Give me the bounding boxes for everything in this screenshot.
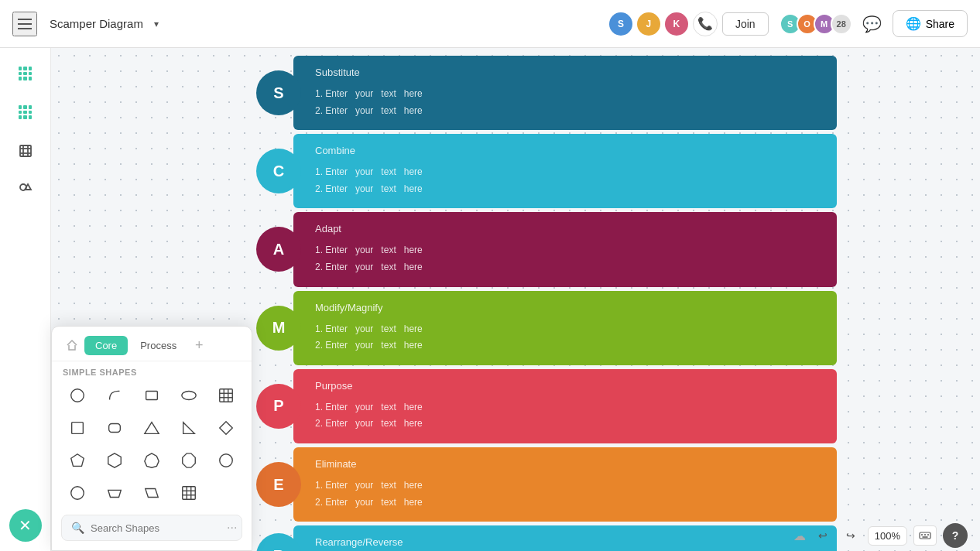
shape-pentagon[interactable] [60, 445, 95, 476]
circle-m: M [256, 306, 301, 351]
svg-marker-21 [108, 453, 122, 467]
sidebar-icon-grid1[interactable] [9, 57, 42, 90]
svg-marker-22 [145, 453, 159, 467]
shape-triangle[interactable] [134, 412, 170, 443]
sidebar-icon-crop[interactable] [9, 135, 42, 167]
card-m[interactable]: Modify/Magnify 1. Enter your text here 2… [293, 291, 837, 365]
card-c-title: Combine [315, 145, 821, 156]
shape-right-triangle[interactable] [171, 412, 207, 443]
circle-p: P [256, 384, 301, 429]
shape-table[interactable] [208, 380, 244, 411]
card-s[interactable]: Substitute 1. Enter your text here 2. En… [293, 56, 837, 130]
svg-marker-26 [108, 490, 122, 497]
card-c[interactable]: Combine 1. Enter your text here 2. Enter… [293, 134, 837, 208]
share-label: Share [926, 18, 954, 30]
card-s-items: 1. Enter your text here 2. Enter your te… [315, 86, 821, 119]
shapes-grid [52, 380, 252, 508]
grid-hash-icon [19, 67, 33, 80]
diagram-title: Scamper Diagram [50, 17, 143, 30]
chat-button[interactable]: 💬 [858, 10, 886, 38]
svg-marker-17 [145, 423, 159, 434]
svg-marker-18 [183, 423, 195, 434]
card-m-title: Modify/Magnify [315, 302, 821, 313]
svg-rect-0 [20, 145, 31, 156]
scamper-row-e: E Eliminate 1. Enter your text here 2. E… [256, 447, 837, 522]
scamper-row-p: P Purpose 1. Enter your text here 2. Ent… [256, 369, 837, 443]
scamper-row-s: S Substitute 1. Enter your text here 2. … [256, 56, 837, 130]
shape-rounded-rect[interactable] [97, 412, 132, 443]
sidebar-icon-shapes[interactable] [9, 173, 42, 206]
sidebar-icon-grid2[interactable] [9, 96, 42, 128]
collab-avatars: S O M 28 [784, 13, 852, 35]
shape-circle[interactable] [60, 380, 95, 411]
keyboard-button[interactable] [913, 525, 937, 546]
share-button[interactable]: 🌐 Share [893, 10, 968, 37]
shape-circle-empty[interactable] [208, 445, 244, 476]
add-tab-button[interactable]: + [189, 335, 209, 355]
svg-point-24 [220, 454, 233, 467]
shape-circle-2[interactable] [60, 477, 95, 508]
cloud-icon: ☁ [793, 529, 806, 543]
shape-arc[interactable] [97, 380, 132, 411]
shape-diamond[interactable] [208, 412, 244, 443]
shapes-tabs: Core Process + [52, 327, 252, 361]
svg-marker-20 [71, 454, 84, 467]
header: Scamper Diagram ▾ S J K 📞 Join S O M 28 … [0, 0, 980, 48]
card-a-title: Adapt [315, 223, 821, 234]
circle-s: S [256, 70, 301, 115]
svg-point-25 [71, 487, 84, 500]
shape-ellipse[interactable] [171, 380, 207, 411]
left-sidebar: ✕ [0, 48, 51, 551]
card-r[interactable]: Rearrange/Reverse 1. Enter your text her… [293, 525, 837, 551]
menu-button[interactable] [12, 12, 37, 36]
join-button[interactable]: Join [722, 12, 769, 36]
shape-grid[interactable] [171, 477, 207, 508]
svg-marker-27 [146, 489, 159, 498]
header-right: S O M 28 💬 🌐 Share [784, 10, 968, 38]
svg-rect-10 [220, 389, 233, 402]
card-p-items: 1. Enter your text here 2. Enter your te… [315, 399, 821, 433]
help-button[interactable]: ? [943, 523, 968, 548]
collab-count: 28 [831, 13, 852, 35]
shape-octagon[interactable] [171, 445, 207, 476]
card-e[interactable]: Eliminate 1. Enter your text here 2. Ent… [293, 447, 837, 522]
scamper-row-c: C Combine 1. Enter your text here 2. Ent… [256, 134, 837, 208]
shapes-tab-icon[interactable] [61, 334, 83, 356]
call-button[interactable]: 📞 [693, 12, 718, 36]
card-p[interactable]: Purpose 1. Enter your text here 2. Enter… [293, 369, 837, 443]
svg-rect-16 [109, 424, 121, 433]
svg-marker-19 [220, 422, 233, 435]
shape-trapezoid[interactable] [97, 477, 132, 508]
circle-e: E [256, 462, 301, 507]
search-more-icon[interactable]: ··· [227, 521, 237, 535]
tab-core[interactable]: Core [84, 336, 128, 355]
search-bar: 🔍 ··· [61, 515, 242, 541]
title-dropdown-button[interactable]: ▾ [154, 19, 159, 29]
card-a-items: 1. Enter your text here 2. Enter your te… [315, 242, 821, 276]
card-s-title: Substitute [315, 67, 821, 78]
scamper-row-a: A Adapt 1. Enter your text here 2. Enter… [256, 212, 837, 286]
svg-point-9 [182, 392, 196, 400]
shape-hexagon[interactable] [97, 445, 132, 476]
header-avatars: S J K 📞 Join [609, 12, 769, 36]
avatar-3: K [665, 12, 688, 36]
card-a[interactable]: Adapt 1. Enter your text here 2. Enter y… [293, 212, 837, 286]
tab-process[interactable]: Process [129, 336, 187, 355]
shape-rectangle[interactable] [134, 380, 170, 411]
shape-placeholder [208, 477, 244, 508]
shapes-panel: Core Process + SIMPLE SHAPES [51, 326, 252, 551]
search-input[interactable] [91, 522, 221, 534]
redo-button[interactable]: ↪ [840, 525, 862, 546]
zoom-level[interactable]: 100% [868, 526, 907, 546]
shape-parallelogram[interactable] [134, 477, 170, 508]
globe-icon: 🌐 [906, 16, 921, 31]
shape-heptagon[interactable] [134, 445, 170, 476]
close-panel-button[interactable]: ✕ [9, 509, 42, 542]
avatar-1: S [609, 12, 632, 36]
card-m-items: 1. Enter your text here 2. Enter your te… [315, 321, 821, 354]
svg-marker-23 [183, 453, 196, 467]
shape-square[interactable] [60, 412, 95, 443]
card-e-items: 1. Enter your text here 2. Enter your te… [315, 477, 821, 511]
svg-point-7 [71, 389, 84, 402]
undo-button[interactable]: ↩ [812, 525, 834, 546]
